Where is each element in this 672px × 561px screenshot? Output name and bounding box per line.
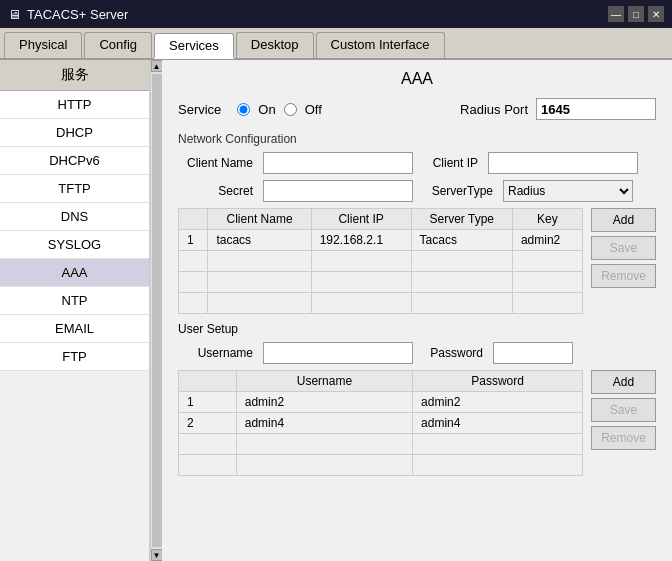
tab-config[interactable]: Config xyxy=(84,32,152,58)
row-username: admin2 xyxy=(236,392,412,413)
row-client-ip: 192.168.2.1 xyxy=(311,230,411,251)
network-table-header-client-ip: Client IP xyxy=(311,209,411,230)
service-label: Service xyxy=(178,102,221,117)
network-table-header-client-name: Client Name xyxy=(208,209,311,230)
sidebar-item-tftp[interactable]: TFTP xyxy=(0,175,149,203)
network-table-area: Client Name Client IP Server Type Key 1 … xyxy=(178,208,656,314)
username-label: Username xyxy=(178,346,253,360)
network-table-header-key: Key xyxy=(512,209,582,230)
client-ip-input[interactable] xyxy=(488,152,638,174)
network-table-header-num xyxy=(179,209,208,230)
client-name-input[interactable] xyxy=(263,152,413,174)
sidebar-item-dhcp[interactable]: DHCP xyxy=(0,119,149,147)
service-on-label: On xyxy=(258,102,275,117)
user-table-header-num xyxy=(179,371,237,392)
password-input[interactable] xyxy=(493,342,573,364)
row-server-type: Tacacs xyxy=(411,230,512,251)
network-config-label: Network Configuration xyxy=(178,132,656,146)
row-password: admin2 xyxy=(413,392,583,413)
user-setup-form: Username Password xyxy=(178,342,656,364)
network-config-form: Client Name Client IP xyxy=(178,152,656,174)
network-save-button[interactable]: Save xyxy=(591,236,656,260)
tab-custom-interface[interactable]: Custom Interface xyxy=(316,32,445,58)
user-add-button[interactable]: Add xyxy=(591,370,656,394)
row-username: admin4 xyxy=(236,413,412,434)
radius-port-group: Radius Port xyxy=(460,98,656,120)
service-row: Service On Off Radius Port xyxy=(178,98,656,120)
client-ip-label: Client IP xyxy=(423,156,478,170)
close-button[interactable]: ✕ xyxy=(648,6,664,22)
table-row[interactable]: 1 tacacs 192.168.2.1 Tacacs admin2 xyxy=(179,230,583,251)
user-table: Username Password 1 admin2 admin2 2 admi… xyxy=(178,370,583,476)
tab-physical[interactable]: Physical xyxy=(4,32,82,58)
user-table-area: Username Password 1 admin2 admin2 2 admi… xyxy=(178,370,656,476)
network-add-button[interactable]: Add xyxy=(591,208,656,232)
row-num: 1 xyxy=(179,392,237,413)
secret-label: Secret xyxy=(178,184,253,198)
user-remove-button[interactable]: Remove xyxy=(591,426,656,450)
app-title: TACACS+ Server xyxy=(27,7,128,22)
service-off-label: Off xyxy=(305,102,322,117)
network-table-header-server-type: Server Type xyxy=(411,209,512,230)
main-area: 服务 HTTP DHCP DHCPv6 TFTP DNS SYSLOG AAA … xyxy=(0,60,672,561)
app-icon: 🖥 xyxy=(8,7,21,22)
user-setup-label: User Setup xyxy=(178,322,656,336)
server-type-select[interactable]: Radius Tacacs xyxy=(503,180,633,202)
table-row[interactable]: 2 admin4 admin4 xyxy=(179,413,583,434)
sidebar: 服务 HTTP DHCP DHCPv6 TFTP DNS SYSLOG AAA … xyxy=(0,60,150,561)
username-input[interactable] xyxy=(263,342,413,364)
title-bar-left: 🖥 TACACS+ Server xyxy=(8,7,128,22)
row-client-name: tacacs xyxy=(208,230,311,251)
user-btn-group: Add Save Remove xyxy=(591,370,656,476)
sidebar-item-email[interactable]: EMAIL xyxy=(0,315,149,343)
content-area: AAA Service On Off Radius Port Network C… xyxy=(162,60,672,561)
tab-bar: Physical Config Services Desktop Custom … xyxy=(0,28,672,60)
sidebar-item-aaa[interactable]: AAA xyxy=(0,259,149,287)
sidebar-scroll-down[interactable]: ▼ xyxy=(151,549,163,561)
content-title: AAA xyxy=(178,70,656,88)
user-table-header-password: Password xyxy=(413,371,583,392)
row-password: admin4 xyxy=(413,413,583,434)
user-table-header-username: Username xyxy=(236,371,412,392)
minimize-button[interactable]: — xyxy=(608,6,624,22)
user-save-button[interactable]: Save xyxy=(591,398,656,422)
user-setup-section: User Setup Username Password Username Pa… xyxy=(178,322,656,476)
sidebar-item-ftp[interactable]: FTP xyxy=(0,343,149,371)
row-key: admin2 xyxy=(512,230,582,251)
row-num: 1 xyxy=(179,230,208,251)
tab-desktop[interactable]: Desktop xyxy=(236,32,314,58)
network-table: Client Name Client IP Server Type Key 1 … xyxy=(178,208,583,314)
sidebar-item-dns[interactable]: DNS xyxy=(0,203,149,231)
maximize-button[interactable]: □ xyxy=(628,6,644,22)
sidebar-item-http[interactable]: HTTP xyxy=(0,91,149,119)
tab-services[interactable]: Services xyxy=(154,33,234,59)
service-on-radio[interactable] xyxy=(237,103,250,116)
password-label: Password xyxy=(423,346,483,360)
network-btn-group: Add Save Remove xyxy=(591,208,656,314)
client-name-label: Client Name xyxy=(178,156,253,170)
radius-port-input[interactable] xyxy=(536,98,656,120)
row-num: 2 xyxy=(179,413,237,434)
radius-port-label: Radius Port xyxy=(460,102,528,117)
sidebar-header: 服务 xyxy=(0,60,149,91)
radio-group: On Off xyxy=(237,102,321,117)
service-off-radio[interactable] xyxy=(284,103,297,116)
sidebar-item-syslog[interactable]: SYSLOG xyxy=(0,231,149,259)
sidebar-scroll-up[interactable]: ▲ xyxy=(151,60,163,72)
sidebar-item-ntp[interactable]: NTP xyxy=(0,287,149,315)
secret-input[interactable] xyxy=(263,180,413,202)
title-bar-controls: — □ ✕ xyxy=(608,6,664,22)
secret-form-row: Secret ServerType Radius Tacacs xyxy=(178,180,656,202)
table-row[interactable]: 1 admin2 admin2 xyxy=(179,392,583,413)
network-remove-button[interactable]: Remove xyxy=(591,264,656,288)
sidebar-item-dhcpv6[interactable]: DHCPv6 xyxy=(0,147,149,175)
network-config-section: Network Configuration Client Name Client… xyxy=(178,132,656,314)
server-type-label: ServerType xyxy=(423,184,493,198)
title-bar: 🖥 TACACS+ Server — □ ✕ xyxy=(0,0,672,28)
